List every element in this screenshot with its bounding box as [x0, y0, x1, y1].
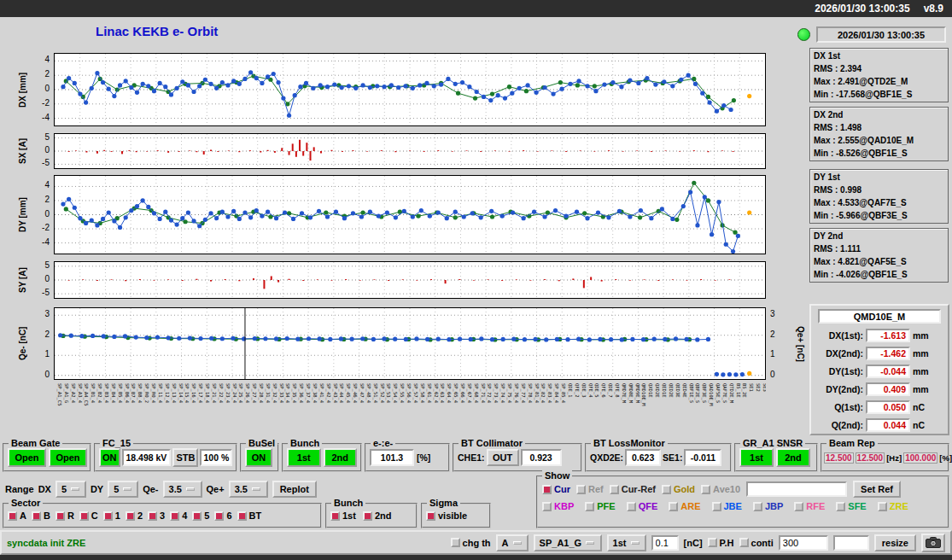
gr-snsr-1st-button[interactable]: 1st	[739, 448, 774, 467]
sector-checkbox-1[interactable]: 1	[103, 510, 120, 521]
bpm-label: QBF3E_S	[702, 383, 707, 403]
checkbox-indicator	[576, 485, 586, 494]
show-checkbox-Cur-Ref[interactable]: Cur-Ref	[610, 484, 656, 494]
qmd-row-label: DX(2nd):	[814, 348, 863, 359]
bpm-select[interactable]: SP_A1_G	[534, 534, 602, 551]
range-qem-select[interactable]: 3.5	[163, 481, 202, 498]
bpm-label: SP_44_4	[339, 383, 344, 403]
sector-checkbox-3[interactable]: 3	[148, 510, 165, 521]
checkbox-label: Ref	[588, 484, 604, 494]
gr-snsr-2nd-button[interactable]: 2nd	[776, 448, 810, 467]
bpm-label: SP_67_4	[467, 383, 472, 403]
checkbox-label: A	[20, 510, 26, 521]
fc15-on-button[interactable]: ON	[99, 448, 120, 467]
ee-ratio-field[interactable]: 101.3	[370, 449, 414, 466]
option-menu-dash-icon	[586, 541, 594, 545]
checkbox-indicator	[542, 502, 552, 511]
sector-checkbox-A[interactable]: A	[8, 510, 26, 521]
bunch-select[interactable]: 1st	[607, 534, 646, 551]
resize-button[interactable]: resize	[874, 534, 916, 551]
y-tick-label: -2	[42, 98, 50, 108]
show-checkbox-KBP[interactable]: KBP	[542, 501, 574, 511]
y-tick-label: 2	[770, 330, 775, 340]
bpm-label: SP_76_4	[514, 383, 519, 403]
sector-checkbox-R[interactable]: R	[55, 510, 74, 521]
show-checkbox-Ref[interactable]: Ref	[576, 484, 604, 494]
sector-select[interactable]: A	[496, 534, 529, 551]
sector-checkbox-C[interactable]: C	[79, 510, 98, 521]
bunch-checkbox-2nd[interactable]: 2nd	[363, 510, 392, 521]
show-checkbox-ARE[interactable]: ARE	[669, 501, 700, 511]
bpm-label: QED4E	[682, 383, 687, 398]
sigma-checkbox-visible[interactable]: visible	[426, 510, 467, 521]
threshold-input[interactable]	[651, 535, 679, 551]
fc15-pct-field[interactable]: 100 %	[200, 449, 232, 466]
show-checkbox-QFE[interactable]: QFE	[627, 501, 658, 511]
show-checkbox-JBP[interactable]: JBP	[753, 501, 783, 511]
se1-value-field[interactable]: -0.011	[684, 449, 721, 466]
sector-checkbox-6[interactable]: 6	[214, 510, 231, 521]
fc15-kv-field[interactable]: 18.498 kV	[122, 449, 172, 466]
show-checkbox-ZRE[interactable]: ZRE	[878, 501, 908, 511]
qxd2e-value-field[interactable]: 0.623	[625, 449, 661, 466]
sector-checkbox-B[interactable]: B	[32, 510, 50, 521]
fc15-stb-button[interactable]: STB	[172, 448, 198, 467]
show-checkbox-Ave10[interactable]: Ave10	[701, 484, 740, 494]
stat-rms: RMS : 2.394	[814, 62, 944, 75]
y-tick-label: 0	[44, 370, 50, 380]
count-input[interactable]	[779, 535, 828, 551]
sx-yticks: 50-5	[31, 133, 51, 169]
range-qep-select[interactable]: 3.5	[229, 481, 268, 498]
bunch-1st-button[interactable]: 1st	[287, 448, 321, 467]
beam-gate-open-button-1[interactable]: Open	[8, 448, 46, 467]
show-checkbox-Cur[interactable]: Cur	[542, 484, 570, 494]
checkbox-label: ARE	[680, 501, 700, 511]
fc15-label: FC_15	[100, 438, 133, 448]
set-ref-button[interactable]: Set Ref	[853, 481, 901, 498]
beam-gate-open-button-2[interactable]: Open	[49, 448, 87, 467]
bpm-label: SP_62_4	[434, 383, 439, 403]
y-tick-label: 4	[44, 55, 50, 65]
che1-value-field[interactable]: 0.923	[521, 449, 562, 466]
bt-collimator-group: BT Collimator CHE1: OUT 0.923	[453, 443, 582, 472]
show-checkbox-RFE[interactable]: RFE	[794, 501, 825, 511]
range-dy-select[interactable]: 5	[108, 481, 138, 498]
show-checkbox-Gold[interactable]: Gold	[662, 484, 695, 494]
busel-group: BuSel ON	[240, 443, 279, 472]
sector-checkbox-5[interactable]: 5	[192, 510, 209, 521]
che1-out-button[interactable]: OUT	[487, 449, 519, 466]
chart-canvas	[55, 54, 765, 125]
show-checkbox-PFE[interactable]: PFE	[585, 501, 615, 511]
bunch-top-group: Bunch 1st 2nd	[282, 443, 362, 472]
chg-th-checkbox[interactable]: chg th	[451, 538, 491, 548]
checkbox-label: 1	[115, 510, 120, 521]
chart-canvas	[55, 262, 765, 298]
bpm-label: QFE_4	[588, 383, 593, 398]
bpm-label: SP_22_4	[219, 383, 224, 403]
bunch-checkbox-1st[interactable]: 1st	[330, 510, 356, 521]
sector-checkbox-2[interactable]: 2	[126, 510, 143, 521]
ee-ratio-group: e-:e- 101.3 [%]	[365, 443, 450, 472]
y-tick-label: -5	[42, 158, 50, 168]
replot-button[interactable]: Replot	[272, 481, 317, 498]
show-checkbox-JBE[interactable]: JBE	[712, 501, 742, 511]
extra-input[interactable]	[833, 535, 869, 551]
screenshot-camera-button[interactable]	[921, 534, 945, 552]
nc-unit-label: [nC]	[684, 538, 703, 548]
bunch-2nd-button[interactable]: 2nd	[324, 448, 358, 467]
bpm-label: SP_12_4	[165, 383, 170, 403]
bpm-label: QDE_1	[568, 383, 573, 398]
chg-th-label: chg th	[463, 538, 491, 548]
ph-checkbox[interactable]: P.H	[708, 538, 734, 548]
sector-checkbox-BT[interactable]: BT	[237, 510, 262, 521]
se1-label: SE1:	[663, 452, 682, 463]
set-ref-input[interactable]	[746, 481, 847, 497]
busel-on-button[interactable]: ON	[245, 448, 272, 467]
sector-checkbox-4[interactable]: 4	[170, 510, 187, 521]
range-dx-select[interactable]: 5	[55, 481, 86, 498]
conti-checkbox[interactable]: conti	[739, 538, 774, 548]
checkbox-indicator	[708, 538, 717, 547]
qmd-row-label: DY(1st):	[814, 366, 863, 376]
show-checkbox-SFE[interactable]: SFE	[836, 501, 866, 511]
y-tick-label: -4	[42, 113, 50, 123]
